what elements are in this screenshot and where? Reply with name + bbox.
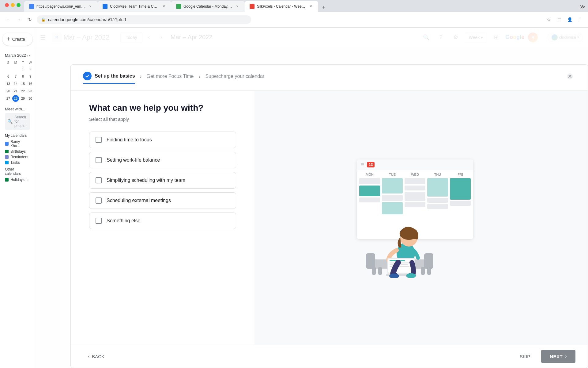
mini-cal-day[interactable]: 6 [5,73,12,80]
cal-day-fri: FRI [450,173,471,176]
mini-cal-day[interactable]: 23 [27,88,34,94]
mini-cal-day[interactable]: 21 [12,88,19,94]
mini-cal-day[interactable]: 27 [5,95,12,102]
svg-rect-3 [424,253,433,269]
sidebar-top: + Create March 2022 ‹ › S M T W T [0,30,35,187]
other-calendars-label: Other calendars [5,167,30,176]
mini-cal-day-header-w: W [27,60,34,65]
next-button[interactable]: NEXT › [541,350,575,363]
create-button[interactable]: + Create [2,33,32,46]
extension-icon[interactable]: ⧠ [555,15,564,24]
skip-button[interactable]: SKIP [514,351,536,362]
calendar-ramy-label: Ramy Khu... [10,140,30,148]
cal-col-mon: MON [359,173,380,216]
new-tab-button[interactable]: + [319,3,328,12]
cal-event [359,178,380,184]
toolbar-actions: ☆ ⧠ 👤 ⋮ [545,15,584,24]
mini-cal-prev[interactable]: ‹ [27,53,28,58]
search-people-field[interactable]: 🔍 Search for people [5,113,30,130]
back-nav-button[interactable]: ← [4,15,12,24]
option-finding-time[interactable]: Finding time to focus [89,132,236,148]
mini-cal-day[interactable]: 20 [5,88,12,94]
address-text: calendar.google.com/calendar/u/1/r?pli=1 [48,17,126,22]
mini-cal-day[interactable]: 2 [27,66,34,72]
option4-label: Scheduling external meetings [107,198,171,203]
window-minimize-dot[interactable] [11,3,15,7]
mini-cal-day[interactable]: 16 [27,80,34,87]
option2-checkbox[interactable] [96,157,102,163]
back-chevron-icon: ‹ [88,354,89,359]
option-work-life-balance[interactable]: Setting work-life balance [89,152,236,168]
option3-checkbox[interactable] [96,177,102,183]
cal-col-thu: THU [427,173,448,216]
option1-checkbox[interactable] [96,137,102,143]
browser-toolbar: ← → ↻ 🔒 calendar.google.com/calendar/u/1… [0,12,588,28]
reload-button[interactable]: ↻ [26,15,34,24]
tab4-close[interactable]: ✕ [308,4,313,9]
window-maximize-dot[interactable] [17,3,21,7]
cal-event [382,195,403,201]
search-people-placeholder: Search for people [14,115,28,128]
calendar-reminders[interactable]: Reminders [5,155,30,159]
wizard-step-2[interactable]: Get more Focus Time [147,74,194,82]
option4-checkbox[interactable] [96,197,102,204]
option5-checkbox[interactable] [96,218,102,224]
mini-cal-day[interactable]: 30 [27,95,34,102]
cal-event [405,202,425,207]
mini-cal-next[interactable]: › [29,53,30,58]
tab3-close[interactable]: ✕ [235,4,240,9]
mini-cal-day[interactable]: 13 [5,80,12,87]
tab1-close[interactable]: ✕ [88,4,93,9]
back-button[interactable]: ‹ BACK [83,351,109,362]
browser-tab-2[interactable]: Clockwise: Team Time & Cale... ✕ [98,1,171,12]
calendar-ramy[interactable]: Ramy Khu... [5,140,30,148]
cal-header-row: ☰ 13 [357,159,473,170]
search-icon: 🔍 [7,119,13,124]
mini-cal-today[interactable]: 28 [12,95,19,102]
mini-cal-day[interactable]: 7 [12,73,19,80]
cal-event [450,178,471,200]
calendar-tasks[interactable]: Tasks [5,160,30,165]
profile-icon[interactable]: 👤 [565,15,574,24]
bookmark-icon[interactable]: ☆ [545,15,553,24]
mini-cal-day[interactable]: 9 [27,73,34,80]
address-bar[interactable]: 🔒 calendar.google.com/calendar/u/1/r?pli… [37,15,251,24]
svg-rect-5 [378,267,382,275]
wizard-body: What can we help you with? Select all th… [71,91,588,345]
option-something-else[interactable]: Something else [89,213,236,229]
mini-cal-day[interactable]: 29 [20,95,26,102]
tab3-title: Google Calendar - Monday, 28... [183,4,232,9]
svg-rect-7 [427,267,431,275]
more-options-icon[interactable]: ⋮ [576,15,584,24]
mini-cal-day[interactable]: 14 [12,80,19,87]
svg-rect-6 [421,267,425,275]
browser-tab-4[interactable]: SilkPixels - Calendar - Week o... ✕ [245,1,318,12]
option-external-meetings[interactable]: Scheduling external meetings [89,192,236,209]
more-tabs-button[interactable]: ≫ [580,3,586,12]
option2-label: Setting work-life balance [107,157,160,163]
step3-label: Supercharge your calendar [205,74,264,79]
calendar-tasks-label: Tasks [10,160,20,165]
tab2-close[interactable]: ✕ [161,4,166,9]
plus-icon: + [7,36,10,43]
tab2-title: Clockwise: Team Time & Cale... [110,4,159,9]
mini-cal-day[interactable]: 15 [20,80,26,87]
mini-cal-day[interactable]: 8 [20,73,26,80]
browser-tab-1[interactable]: https://pageflows.com/_/emai... ✕ [24,1,98,12]
mini-cal-day[interactable]: 1 [20,66,26,72]
cal-day-mon: MON [359,173,380,176]
wizard-exit-button[interactable] [564,71,575,82]
wizard-steps-header: Set up the basics › Get more Focus Time … [71,65,588,91]
svg-rect-2 [366,253,375,269]
option-simplify-scheduling[interactable]: Simplifying scheduling with my team [89,172,236,189]
calendar-birthdays[interactable]: Birthdays [5,149,30,154]
wizard-step-3[interactable]: Supercharge your calendar [205,74,264,82]
calendar-holidays[interactable]: Holidays i... [5,178,30,182]
wizard-step-1[interactable]: Set up the basics [83,72,135,84]
tab3-favicon [176,4,181,9]
mini-cal-day[interactable]: 22 [20,88,26,94]
wizard-subtitle: Select all that apply [89,117,236,122]
window-close-dot[interactable] [5,3,9,7]
forward-nav-button[interactable]: → [15,15,23,24]
browser-tab-3[interactable]: Google Calendar - Monday, 28... ✕ [171,1,245,12]
